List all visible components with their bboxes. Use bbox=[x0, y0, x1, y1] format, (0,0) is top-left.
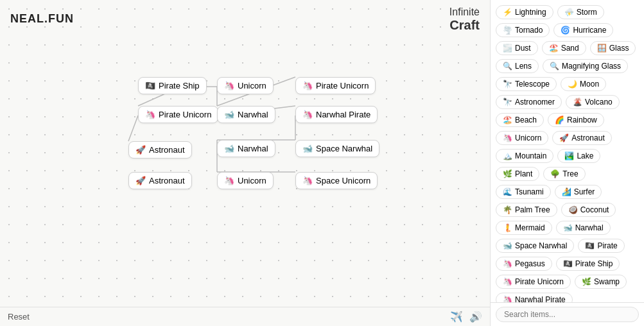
sidebar-item-narwhal[interactable]: 🐋Narwhal bbox=[556, 221, 611, 235]
reset-button[interactable]: Reset bbox=[8, 312, 30, 322]
node-unicorn1[interactable]: 🦄Unicorn bbox=[217, 77, 274, 94]
craft-area: NEAL.FUN Infinite Craft 🏴‍☠️Pirate Ship🦄… bbox=[0, 0, 490, 326]
sidebar-item-beach[interactable]: 🏖️Beach bbox=[496, 113, 544, 127]
sidebar-item-lightning[interactable]: ⚡Lightning bbox=[496, 5, 553, 19]
sidebar-item-tree[interactable]: 🌳Tree bbox=[543, 167, 585, 181]
sidebar-item-narwhal-pirate[interactable]: 🦄Narwhal Pirate bbox=[496, 293, 573, 302]
node-narwhal1[interactable]: 🐋Narwhal bbox=[217, 106, 275, 123]
sidebar-item-magnifying-glass[interactable]: 🔍Magnifying Glass bbox=[543, 59, 628, 73]
sidebar-item-palm-tree[interactable]: 🌴Palm Tree bbox=[496, 203, 557, 217]
sidebar-item-space-narwhal[interactable]: 🐋Space Narwhal bbox=[496, 239, 574, 253]
sidebar-item-mountain[interactable]: 🏔️Mountain bbox=[496, 149, 553, 163]
sidebar-item-unicorn[interactable]: 🦄Unicorn bbox=[496, 131, 548, 145]
sidebar-item-mermaid[interactable]: 🧜Mermaid bbox=[496, 221, 552, 235]
top-bar: NEAL.FUN Infinite Craft bbox=[0, 0, 490, 39]
sidebar-item-lake[interactable]: 🏞️Lake bbox=[557, 149, 600, 163]
node-pirate-unicorn1[interactable]: 🦄Pirate Unicorn bbox=[138, 106, 218, 123]
sidebar-item-volcano[interactable]: 🌋Volcano bbox=[566, 95, 620, 109]
sidebar-item-tornado[interactable]: 🌪️Tornado bbox=[496, 23, 550, 37]
node-astronaut1[interactable]: 🚀Astronaut bbox=[128, 141, 192, 159]
sidebar-item-pirate[interactable]: 🏴‍☠️Pirate bbox=[578, 239, 624, 253]
node-space-narwhal[interactable]: 🐋Space Narwhal bbox=[295, 140, 379, 157]
node-pirate-ship[interactable]: 🏴‍☠️Pirate Ship bbox=[138, 77, 207, 94]
sidebar-item-coconut[interactable]: 🥥Coconut bbox=[561, 203, 616, 217]
logo: NEAL.FUN bbox=[10, 12, 74, 26]
game-title-line2: Craft bbox=[449, 18, 480, 32]
sidebar-item-pirate-ship[interactable]: 🏴‍☠️Pirate Ship bbox=[556, 257, 620, 271]
sidebar-item-pirate-unicorn[interactable]: 🦄Pirate Unicorn bbox=[496, 275, 571, 289]
sidebar-items-list: ⚡Lightning⛈️Storm🌪️Tornado🌀Hurricane🌫️Du… bbox=[491, 0, 644, 302]
sidebar-item-telescope[interactable]: 🔭Telescope bbox=[496, 77, 557, 91]
sidebar: ⚡Lightning⛈️Storm🌪️Tornado🌀Hurricane🌫️Du… bbox=[490, 0, 644, 326]
sidebar-search bbox=[491, 302, 644, 326]
node-narwhal2[interactable]: 🐋Narwhal bbox=[217, 140, 275, 157]
sidebar-item-dust[interactable]: 🌫️Dust bbox=[496, 41, 538, 55]
sidebar-item-swamp[interactable]: 🌿Swamp bbox=[575, 275, 627, 289]
sidebar-item-moon[interactable]: 🌙Moon bbox=[561, 77, 606, 91]
game-title-line1: Infinite bbox=[449, 6, 480, 18]
game-title: Infinite Craft bbox=[449, 6, 480, 32]
svg-line-6 bbox=[128, 116, 138, 141]
sidebar-item-astronaut[interactable]: 🚀Astronaut bbox=[552, 131, 611, 145]
node-narwhal-pirate[interactable]: 🦄Narwhal Pirate bbox=[295, 106, 378, 123]
sidebar-item-glass[interactable]: 🪟Glass bbox=[590, 41, 636, 55]
sidebar-item-pegasus[interactable]: 🦄Pegasus bbox=[496, 257, 552, 271]
sidebar-item-astronomer[interactable]: 🔭Astronomer bbox=[496, 95, 562, 109]
node-pirate-unicorn2[interactable]: 🦄Pirate Unicorn bbox=[295, 77, 376, 94]
bottom-bar: Reset ✈️ 🔊 bbox=[0, 307, 490, 326]
bottom-icons: ✈️ 🔊 bbox=[450, 311, 482, 323]
sidebar-item-hurricane[interactable]: 🌀Hurricane bbox=[553, 23, 613, 37]
node-unicorn2[interactable]: 🦄Unicorn bbox=[217, 172, 274, 189]
sidebar-item-surfer[interactable]: 🏄Surfer bbox=[555, 185, 602, 199]
share-icon[interactable]: ✈️ bbox=[450, 311, 463, 323]
sidebar-item-tsunami[interactable]: 🌊Tsunami bbox=[496, 185, 551, 199]
sidebar-item-lens[interactable]: 🔍Lens bbox=[496, 59, 539, 73]
sound-icon[interactable]: 🔊 bbox=[469, 311, 482, 323]
search-input[interactable] bbox=[496, 307, 639, 322]
sidebar-item-sand[interactable]: 🏖️Sand bbox=[542, 41, 586, 55]
node-space-unicorn[interactable]: 🦄Space Unicorn bbox=[295, 172, 378, 189]
craft-canvas: 🏴‍☠️Pirate Ship🦄Unicorn🦄Pirate Unicorn🐋N… bbox=[0, 0, 490, 307]
node-astronaut2[interactable]: 🚀Astronaut bbox=[128, 172, 192, 189]
sidebar-item-storm[interactable]: ⛈️Storm bbox=[557, 5, 604, 19]
sidebar-item-plant[interactable]: 🌿Plant bbox=[496, 167, 539, 181]
sidebar-item-rainbow[interactable]: 🌈Rainbow bbox=[548, 113, 604, 127]
